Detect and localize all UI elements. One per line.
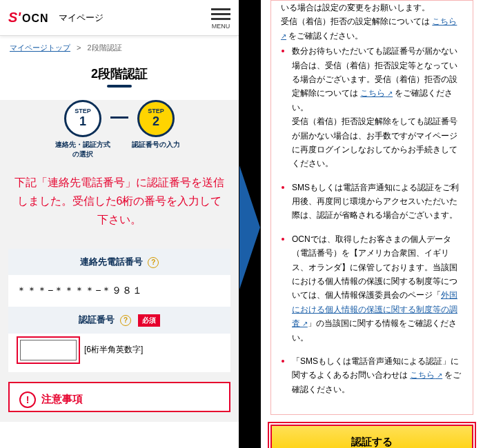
header: S' OCN マイページ MENU [0,0,239,36]
code-input-highlight [17,336,80,364]
notice-bullet: 「SMSもしくは電話音声通知による認証」に関するよくあるお問い合わせは こちら … [292,353,463,396]
menu-button[interactable]: MENU [211,6,230,30]
authenticate-button[interactable]: 認証する [270,425,473,448]
warning-icon: ! [19,391,36,408]
external-link[interactable]: こちら [410,370,442,380]
logo-brand: OCN [22,12,49,25]
step-2: STEP 2 認証番号の入力 [128,100,184,150]
notice-content: いる場合は設定の変更をお願いします。 受信（着信）拒否の設定解除については こち… [270,0,473,415]
title-underline [107,85,132,88]
code-hint: [6桁半角英数字] [84,344,143,356]
notice-box: ! 注意事項 [8,382,230,412]
help-icon[interactable]: ? [148,257,159,268]
notice-bullet: SMSもしくは電話音声通知による認証をご利用後、再度同じ環境からアクセスいただい… [292,179,463,223]
logo-mark: S' [8,10,21,26]
flow-arrow-icon [239,165,260,289]
external-link[interactable]: こちら [360,88,393,98]
logo: S' OCN マイページ [8,10,103,26]
breadcrumb-current: 2段階認証 [88,43,122,52]
code-label: 認証番号 [79,314,115,325]
notice-title: 注意事項 [41,393,83,406]
notice-bullet: 数分お待ちいただいても認証番号が届かない場合は、受信（着信）拒否設定等となってい… [292,43,463,171]
phone-label: 連絡先電話番号 [80,256,143,267]
left-screen: S' OCN マイページ MENU マイページトップ > 2段階認証 2段階認証… [0,0,239,448]
page-title: 2段階認証 [0,65,239,82]
step-indicator: STEP 1 連絡先・認証方式の選択 STEP 2 認証番号の入力 [0,100,239,159]
required-badge: 必須 [138,314,160,327]
code-input[interactable] [20,340,77,360]
button-area: 認証する 中止 [261,415,483,448]
instruction-text: 下記「連絡先電話番号」に認証番号を送信しました。受信した6桁の番号を入力して下さ… [0,169,239,249]
breadcrumb: マイページトップ > 2段階認証 [0,36,239,60]
logo-subtitle: マイページ [59,12,103,24]
notice-bullet: OCNでは、取得したお客さまの個人データ（電話番号）を【アメリカ合衆国、イギリス… [292,231,463,345]
breadcrumb-top-link[interactable]: マイページトップ [10,43,70,52]
help-icon[interactable]: ? [120,315,131,326]
right-screen: いる場合は設定の変更をお願いします。 受信（着信）拒否の設定解除については こち… [261,0,483,448]
menu-label: MENU [212,23,230,30]
phone-field: 連絡先電話番号 ? ＊＊＊−＊＊＊＊−＊９８１ 認証番号 ? 必須 [6桁半角英… [8,249,230,372]
phone-value: ＊＊＊−＊＊＊＊−＊９８１ [8,275,230,307]
step-1: STEP 1 連絡先・認証方式の選択 [55,100,110,159]
